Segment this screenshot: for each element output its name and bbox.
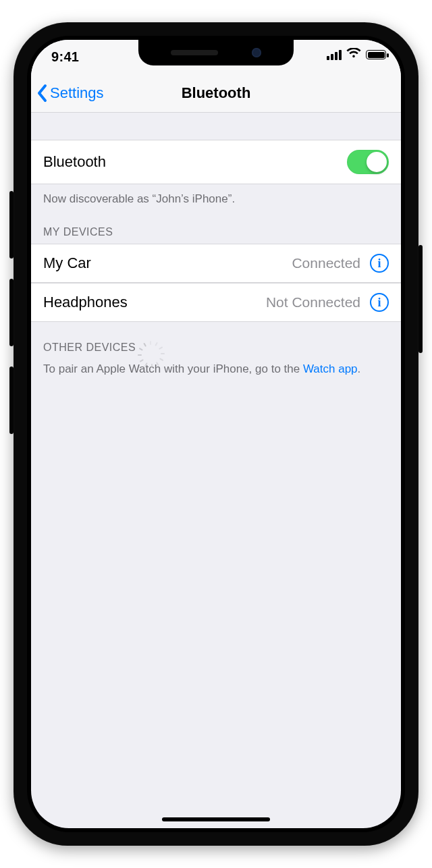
status-time: 9:41 bbox=[51, 49, 79, 65]
cellular-signal-icon bbox=[327, 50, 342, 60]
bluetooth-toggle-row: Bluetooth bbox=[31, 140, 401, 184]
front-camera bbox=[252, 48, 261, 57]
section-other-devices: OTHER DEVICES bbox=[31, 322, 401, 360]
section-my-devices-label: MY DEVICES bbox=[43, 226, 113, 238]
info-icon[interactable]: i bbox=[370, 254, 389, 273]
section-other-devices-label: OTHER DEVICES bbox=[43, 342, 136, 354]
back-button[interactable]: Settings bbox=[36, 74, 104, 112]
phone-frame: 9:41 Settings Bluetooth bbox=[14, 22, 418, 846]
device-row-headphones[interactable]: Headphones Not Connected i bbox=[31, 283, 401, 322]
device-name: My Car bbox=[43, 254, 91, 272]
spinner-icon bbox=[144, 341, 157, 354]
device-name: Headphones bbox=[43, 294, 128, 311]
bluetooth-toggle[interactable] bbox=[347, 150, 389, 174]
device-row-my-car[interactable]: My Car Connected i bbox=[31, 244, 401, 283]
device-status: Not Connected bbox=[266, 294, 360, 310]
page-title: Bluetooth bbox=[182, 84, 251, 102]
phone-bezel: 9:41 Settings Bluetooth bbox=[27, 36, 405, 832]
pair-watch-text: To pair an Apple Watch with your iPhone,… bbox=[43, 362, 303, 375]
watch-app-link[interactable]: Watch app bbox=[303, 362, 358, 375]
notch bbox=[138, 40, 294, 65]
battery-icon bbox=[366, 50, 386, 59]
home-indicator[interactable] bbox=[162, 817, 270, 821]
discoverable-footer: Now discoverable as “John’s iPhone”. bbox=[31, 184, 401, 207]
device-status: Connected bbox=[292, 255, 360, 271]
earpiece-speaker bbox=[171, 50, 218, 55]
nav-header: Settings Bluetooth bbox=[31, 74, 401, 113]
toggle-knob bbox=[367, 152, 387, 172]
screen: 9:41 Settings Bluetooth bbox=[31, 40, 401, 828]
section-my-devices: MY DEVICES bbox=[31, 207, 401, 244]
chevron-left-icon bbox=[36, 84, 49, 103]
info-icon[interactable]: i bbox=[370, 293, 389, 312]
wifi-icon bbox=[346, 48, 361, 61]
pair-watch-footer: To pair an Apple Watch with your iPhone,… bbox=[31, 360, 401, 377]
bluetooth-label: Bluetooth bbox=[43, 153, 106, 171]
pair-watch-period: . bbox=[358, 362, 361, 375]
back-label: Settings bbox=[50, 84, 104, 102]
